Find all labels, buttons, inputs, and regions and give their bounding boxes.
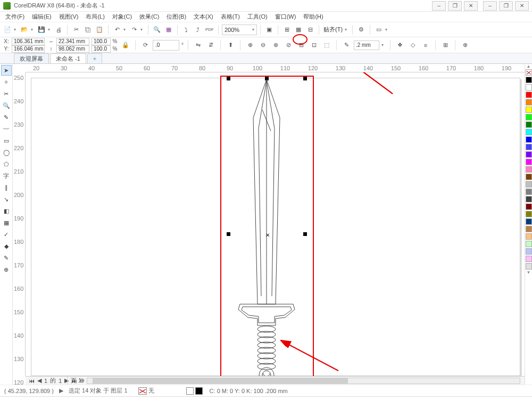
color-swatch[interactable] bbox=[526, 84, 532, 91]
rotation-field[interactable]: .0 bbox=[153, 40, 179, 51]
menu-object[interactable]: 对象(C) bbox=[109, 12, 135, 22]
color-swatch[interactable] bbox=[526, 211, 532, 217]
menu-edit[interactable]: 编辑(E) bbox=[29, 12, 55, 22]
undo-button[interactable]: ↶ bbox=[112, 25, 122, 35]
height-field[interactable]: 98.062 mm bbox=[56, 45, 89, 53]
copy-button[interactable]: ⿻ bbox=[82, 25, 93, 35]
ellipse-tool[interactable]: ◯ bbox=[1, 147, 12, 158]
new-doc-button[interactable]: 📄 bbox=[2, 25, 13, 35]
doc-min-button[interactable]: – bbox=[432, 1, 446, 11]
selection-handle[interactable] bbox=[303, 232, 307, 236]
restore-button[interactable]: ❐ bbox=[499, 1, 513, 11]
x-field[interactable]: 106.361 mm bbox=[12, 38, 45, 45]
color-swatch[interactable] bbox=[526, 129, 532, 135]
artmedia-tool[interactable]: 〰 bbox=[1, 124, 12, 134]
ruler-vertical[interactable]: 2502402302202102001901801701601501401301… bbox=[13, 72, 26, 376]
shape-tool[interactable]: ✧ bbox=[1, 77, 12, 87]
color-swatch[interactable] bbox=[526, 77, 532, 83]
eyedropper-tool[interactable]: ✓ bbox=[1, 229, 12, 240]
cut-button[interactable]: ✂ bbox=[71, 25, 81, 35]
launch-button[interactable]: ▭ bbox=[373, 25, 384, 35]
color-swatch[interactable] bbox=[526, 196, 532, 202]
zoom-tool[interactable]: 🔍 bbox=[1, 100, 12, 111]
outline-tool[interactable]: ✎ bbox=[1, 252, 12, 263]
lock-ratio-button[interactable]: 🔒 bbox=[120, 40, 131, 51]
simplify-button[interactable]: ⊘ bbox=[283, 40, 294, 51]
import-button[interactable]: ⤵ bbox=[181, 25, 192, 35]
mirror-v-button[interactable]: ⇵ bbox=[205, 40, 216, 51]
order-front-button[interactable]: ⬆ bbox=[225, 40, 236, 51]
color-swatch[interactable] bbox=[526, 241, 532, 247]
menu-table[interactable]: 表格(T) bbox=[218, 12, 243, 22]
menu-layout[interactable]: 布局(L) bbox=[82, 12, 107, 22]
color-swatch[interactable] bbox=[526, 203, 532, 210]
color-swatch[interactable] bbox=[526, 92, 532, 98]
color-swatch[interactable] bbox=[526, 189, 532, 195]
fill-tool[interactable]: ◆ bbox=[1, 241, 12, 251]
prev-page-button[interactable]: ◀ bbox=[36, 377, 43, 384]
rectangle-tool[interactable]: ▭ bbox=[1, 135, 12, 146]
options-button[interactable]: ⚙ bbox=[356, 25, 367, 35]
ruler-button[interactable]: ⊞ bbox=[281, 25, 292, 35]
selection-handle[interactable] bbox=[227, 232, 230, 236]
quick-custom-button[interactable]: ⊞ bbox=[440, 40, 451, 51]
first-page-button[interactable]: ⏮ bbox=[28, 378, 36, 384]
dropshadow-tool[interactable]: ◧ bbox=[1, 206, 12, 216]
tab-document[interactable]: 未命名 -1 bbox=[50, 53, 86, 63]
menu-tools[interactable]: 工具(O) bbox=[244, 12, 271, 22]
paste-button[interactable]: 📋 bbox=[94, 25, 105, 35]
back-minus-front-button[interactable]: ⊡ bbox=[309, 40, 319, 51]
mirror-h-button[interactable]: ⇋ bbox=[193, 40, 203, 51]
y-field[interactable]: 166.046 mm bbox=[12, 45, 45, 53]
color-swatch[interactable] bbox=[526, 114, 532, 120]
boundary-button[interactable]: ⬚ bbox=[321, 40, 332, 51]
print-button[interactable]: 🖨 bbox=[53, 25, 64, 35]
sword-drawing[interactable] bbox=[232, 78, 301, 376]
pick-tool[interactable]: ➤ bbox=[1, 65, 12, 76]
outline-width-field[interactable]: .2 mm bbox=[354, 40, 379, 50]
menu-file[interactable]: 文件(F) bbox=[2, 12, 28, 22]
menu-effect[interactable]: 效果(C) bbox=[136, 12, 162, 22]
doc-close-button[interactable]: ✕ bbox=[464, 1, 478, 11]
transparency-tool[interactable]: ▦ bbox=[1, 217, 12, 228]
ruler-horizontal[interactable]: 2030405060708090100110120130140150160170… bbox=[26, 64, 526, 72]
image-button[interactable]: ▦ bbox=[163, 25, 174, 35]
color-swatch[interactable] bbox=[526, 226, 532, 232]
color-swatch[interactable] bbox=[526, 181, 532, 187]
add-tool-button[interactable]: ⊕ bbox=[1, 264, 12, 275]
menu-window[interactable]: 窗口(W) bbox=[272, 12, 300, 22]
color-swatch[interactable] bbox=[526, 248, 532, 255]
color-swatch[interactable] bbox=[526, 136, 532, 143]
horizontal-scrollbar[interactable] bbox=[87, 378, 520, 384]
color-swatch[interactable] bbox=[526, 218, 532, 225]
wrap-button[interactable]: ❖ bbox=[395, 40, 405, 51]
save-button[interactable]: 💾 bbox=[36, 25, 47, 35]
parallel-tool[interactable]: ∥ bbox=[1, 182, 12, 193]
layer-tab[interactable]: 页 1 bbox=[67, 377, 81, 385]
freehand-tool[interactable]: ✎ bbox=[1, 112, 12, 123]
fullscreen-button[interactable]: ▣ bbox=[264, 25, 275, 35]
weld-button[interactable]: ⊕ bbox=[245, 40, 255, 51]
add-button[interactable]: ⊕ bbox=[460, 40, 470, 51]
palette-scroll-down[interactable]: ▼ bbox=[525, 270, 532, 275]
trim-button[interactable]: ⊖ bbox=[257, 40, 268, 51]
color-swatch[interactable] bbox=[526, 174, 532, 180]
grid-button[interactable]: ▦ bbox=[293, 25, 304, 35]
search-button[interactable]: 🔍 bbox=[152, 25, 162, 35]
close-button[interactable]: ✕ bbox=[515, 1, 529, 11]
zoom-level[interactable]: 200%▾ bbox=[222, 25, 257, 35]
color-swatch[interactable] bbox=[526, 166, 532, 173]
minimize-button[interactable]: – bbox=[483, 1, 497, 11]
color-swatch[interactable] bbox=[526, 159, 532, 165]
width-field[interactable]: 22.341 mm bbox=[56, 38, 89, 45]
connector-tool[interactable]: ↘ bbox=[1, 194, 12, 205]
text-tool[interactable]: 字 bbox=[1, 170, 12, 181]
polygon-tool[interactable]: ⬠ bbox=[1, 159, 12, 169]
color-swatch[interactable] bbox=[526, 151, 532, 158]
selection-handle[interactable] bbox=[227, 77, 230, 80]
doc-restore-button[interactable]: ❐ bbox=[448, 1, 462, 11]
color-swatch[interactable] bbox=[526, 233, 532, 240]
redo-button[interactable]: ↷ bbox=[129, 25, 139, 35]
menu-text[interactable]: 文本(X) bbox=[190, 12, 217, 22]
convert-button[interactable]: ◇ bbox=[408, 40, 418, 51]
